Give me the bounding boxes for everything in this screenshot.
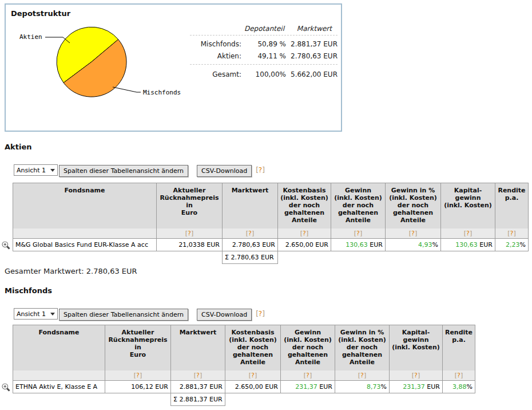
mischfonds-help-row: [?] [?] [?] [?] [?] [?] [?] bbox=[13, 370, 475, 381]
sum-row: Σ 2.881,37 EUR bbox=[13, 393, 475, 406]
table-row: M&G Global Basics Fund EUR-Klasse A acc … bbox=[13, 239, 529, 251]
col-kapitalgewinn: Kapital- gewinn (inkl. Kosten) bbox=[390, 325, 443, 370]
magnifier-icon[interactable] bbox=[1, 383, 11, 392]
col-ruecknahmepreis: Aktueller Rücknahmepreis in Euro bbox=[157, 183, 223, 228]
view-select[interactable]: Ansicht 1 bbox=[14, 164, 58, 176]
marktwert-sum: Σ 2.780,63 EUR bbox=[223, 251, 278, 264]
col-gewinn: Gewinn (inkl. Kosten) der noch gehaltene… bbox=[281, 325, 335, 370]
help-link[interactable]: [?] bbox=[455, 372, 463, 379]
sigma-icon: Σ bbox=[173, 396, 177, 403]
fund-kapitalgewinn: 231,37 EUR bbox=[390, 381, 443, 393]
callout-line-mischfonds bbox=[113, 87, 141, 92]
view-select-value: Ansicht 1 bbox=[17, 310, 46, 318]
summary-row-total: Gesamt: 100,00% 5.662,00 EUR bbox=[190, 68, 338, 80]
help-link[interactable]: [?] bbox=[256, 310, 265, 318]
help-link[interactable]: [?] bbox=[249, 372, 257, 379]
fund-gewinn: 130,63 EUR bbox=[331, 239, 386, 251]
mischfonds-header-row: Fondsname Aktueller Rücknahmepreis in Eu… bbox=[13, 325, 475, 370]
section-heading-mischfonds: Mischfonds bbox=[5, 286, 52, 295]
fund-kostenbasis: 2.650,00 EUR bbox=[278, 239, 331, 251]
total-marktwert-line: Gesamter Marktwert: 2.780,63 EUR bbox=[5, 267, 137, 275]
summary-row-mischfonds: Mischfonds: 50,89 % 2.881,37 EUR bbox=[190, 38, 338, 50]
col-gewinn-prozent: Gewinn in % (inkl. Kosten) der noch geha… bbox=[386, 183, 441, 228]
fund-gewinn: 231,37 EUR bbox=[281, 381, 335, 393]
col-kapitalgewinn: Kapital- gewinn (inkl. Kosten) bbox=[441, 183, 495, 228]
help-link[interactable]: [?] bbox=[256, 166, 265, 174]
portfolio-page: Depotstruktur Aktien Mischfonds Depotant… bbox=[0, 0, 532, 410]
fund-gewinn-prozent: 4,93% bbox=[386, 239, 441, 251]
help-link[interactable]: [?] bbox=[300, 230, 308, 237]
col-marktwert: Marktwert bbox=[171, 325, 225, 370]
col-fondsname: Fondsname bbox=[13, 325, 105, 370]
mischfonds-table: Fondsname Aktueller Rücknahmepreis in Eu… bbox=[13, 325, 475, 406]
change-columns-button[interactable]: Spalten dieser Tabellenansicht ändern bbox=[59, 309, 188, 321]
depot-summary-table: Depotanteil Marktwert Mischfonds: 50,89 … bbox=[190, 23, 338, 80]
col-ruecknahmepreis: Aktueller Rücknahmepreis in Euro bbox=[105, 325, 171, 370]
aktien-toolbar: Ansicht 1 Spalten dieser Tabellenansicht… bbox=[14, 164, 265, 177]
help-link[interactable]: [?] bbox=[358, 372, 366, 379]
help-link[interactable]: [?] bbox=[185, 230, 193, 237]
fund-name: ETHNA Aktiv E, Klasse E A bbox=[13, 381, 105, 393]
fund-rendite: 3,88% bbox=[443, 381, 475, 393]
help-link[interactable]: [?] bbox=[134, 372, 142, 379]
mischfonds-toolbar: Ansicht 1 Spalten dieser Tabellenansicht… bbox=[14, 308, 265, 321]
view-select-value: Ansicht 1 bbox=[17, 167, 46, 174]
separator bbox=[190, 35, 338, 36]
csv-download-button[interactable]: CSV-Download bbox=[197, 309, 252, 321]
summary-row-aktien: Aktien: 49,11 % 2.780,63 EUR bbox=[190, 50, 338, 62]
fund-kapitalgewinn: 130,63 EUR bbox=[441, 239, 495, 251]
fund-kostenbasis: 2.650,00 EUR bbox=[225, 381, 281, 393]
marktwert-sum: Σ 2.881,37 EUR bbox=[171, 393, 225, 406]
pie-chart: Aktien Mischfonds bbox=[6, 5, 189, 131]
col-rendite: Rendite p.a. bbox=[495, 183, 529, 228]
help-link[interactable]: [?] bbox=[194, 372, 202, 379]
fund-price: 21,0338 EUR bbox=[157, 239, 223, 251]
help-link[interactable]: [?] bbox=[507, 230, 515, 237]
fund-gewinn-prozent: 8,73% bbox=[335, 381, 390, 393]
sum-row: Σ 2.780,63 EUR bbox=[13, 251, 529, 264]
fund-marktwert: 2.881,37 EUR bbox=[171, 381, 225, 393]
view-select[interactable]: Ansicht 1 bbox=[14, 308, 58, 320]
help-link[interactable]: [?] bbox=[304, 372, 312, 379]
help-link[interactable]: [?] bbox=[409, 230, 417, 237]
change-columns-button[interactable]: Spalten dieser Tabellenansicht ändern bbox=[59, 165, 188, 177]
col-kostenbasis: Kostenbasis (inkl. Kosten) der noch geha… bbox=[278, 183, 331, 228]
summary-header-row: Depotanteil Marktwert bbox=[190, 23, 338, 34]
fund-marktwert: 2.780,63 EUR bbox=[223, 239, 278, 251]
col-kostenbasis: Kostenbasis (inkl. Kosten) der noch geha… bbox=[225, 325, 281, 370]
aktien-help-row: [?] [?] [?] [?] [?] [?] [?] bbox=[13, 228, 529, 239]
help-link[interactable]: [?] bbox=[412, 372, 420, 379]
col-rendite: Rendite p.a. bbox=[443, 325, 475, 370]
col-marktwert: Marktwert bbox=[223, 183, 278, 228]
csv-download-button[interactable]: CSV-Download bbox=[197, 165, 252, 177]
aktien-table: Fondsname Aktueller Rücknahmepreis in Eu… bbox=[13, 183, 529, 264]
sigma-icon: Σ bbox=[225, 254, 229, 261]
help-link[interactable]: [?] bbox=[246, 230, 254, 237]
summary-header-share: Depotanteil bbox=[241, 25, 286, 33]
table-row: ETHNA Aktiv E, Klasse E A 106,12 EUR 2.8… bbox=[13, 381, 475, 393]
col-gewinn: Gewinn (inkl. Kosten) der noch gehaltene… bbox=[331, 183, 386, 228]
help-link[interactable]: [?] bbox=[354, 230, 362, 237]
fund-rendite: 2,23% bbox=[495, 239, 529, 251]
fund-price: 106,12 EUR bbox=[105, 381, 171, 393]
chevron-down-icon bbox=[50, 169, 55, 172]
magnifier-icon[interactable] bbox=[1, 241, 11, 250]
chevron-down-icon bbox=[50, 313, 55, 316]
depot-structure-panel: Depotstruktur Aktien Mischfonds Depotant… bbox=[5, 3, 342, 132]
help-link[interactable]: [?] bbox=[464, 230, 472, 237]
col-gewinn-prozent: Gewinn in % (inkl. Kosten) der noch geha… bbox=[335, 325, 390, 370]
section-heading-aktien: Aktien bbox=[5, 143, 31, 151]
col-fondsname: Fondsname bbox=[13, 183, 157, 228]
aktien-header-row: Fondsname Aktueller Rücknahmepreis in Eu… bbox=[13, 183, 529, 228]
summary-header-value: Marktwert bbox=[286, 25, 338, 33]
fund-name: M&G Global Basics Fund EUR-Klasse A acc bbox=[13, 239, 157, 251]
pie-label-mischfonds: Mischfonds bbox=[143, 89, 181, 96]
pie-label-aktien: Aktien bbox=[19, 33, 42, 41]
separator bbox=[190, 64, 338, 65]
